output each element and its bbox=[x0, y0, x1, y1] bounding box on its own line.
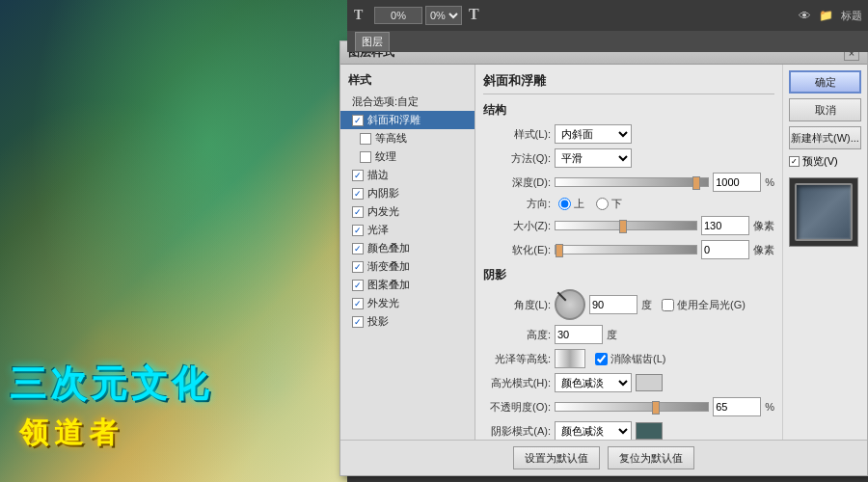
global-light-checkbox-label[interactable]: 使用全局光(G) bbox=[662, 298, 746, 312]
shadow-mode-label: 阴影模式(A): bbox=[483, 424, 551, 439]
preview-box bbox=[789, 177, 858, 247]
altitude-row: 高度: 度 bbox=[483, 325, 774, 344]
highlight-opacity-slider[interactable] bbox=[555, 402, 709, 412]
angle-input[interactable] bbox=[589, 295, 637, 314]
size-slider[interactable] bbox=[555, 221, 697, 230]
poster-text-big: 三次元文化 bbox=[10, 364, 212, 405]
gloss-contour-label: 光泽等高线: bbox=[483, 352, 551, 366]
bevel-section-title: 斜面和浮雕 bbox=[483, 72, 774, 94]
reset-default-button[interactable]: 复位为默认值 bbox=[608, 446, 694, 469]
outer-glow-label: 外发光 bbox=[367, 296, 399, 310]
soften-slider-thumb[interactable] bbox=[556, 244, 563, 257]
soften-input[interactable] bbox=[701, 240, 749, 259]
highlight-color-swatch[interactable] bbox=[636, 374, 663, 391]
visibility-icon: 👁 bbox=[799, 9, 811, 23]
style-label: 样式(L): bbox=[483, 127, 551, 142]
highlight-opacity-slider-thumb[interactable] bbox=[652, 401, 660, 415]
gradient-overlay-item[interactable]: ✓ 渐变叠加 bbox=[340, 257, 475, 276]
pattern-overlay-item[interactable]: ✓ 图案叠加 bbox=[340, 276, 475, 294]
inner-shadow-checkbox[interactable]: ✓ bbox=[352, 188, 364, 200]
inner-glow-item[interactable]: ✓ 内发光 bbox=[340, 202, 475, 221]
bevel-checkbox[interactable]: ✓ bbox=[352, 115, 364, 126]
bottom-buttons-bar: 设置为默认值 复位为默认值 bbox=[340, 440, 867, 475]
contour-item[interactable]: 等高线 bbox=[340, 129, 475, 147]
global-light-checkbox[interactable] bbox=[662, 299, 674, 311]
drop-shadow-checkbox[interactable]: ✓ bbox=[352, 316, 364, 328]
texture-checkbox[interactable] bbox=[360, 151, 371, 163]
direction-row: 方向: 上 下 bbox=[483, 197, 774, 211]
set-default-button[interactable]: 设置为默认值 bbox=[513, 446, 600, 469]
style-select[interactable]: 内斜面 bbox=[555, 124, 632, 144]
soften-unit: 像素 bbox=[753, 243, 774, 257]
inner-shadow-item[interactable]: ✓ 内阴影 bbox=[340, 184, 475, 202]
anti-alias-checkbox[interactable] bbox=[595, 353, 608, 365]
color-overlay-item[interactable]: ✓ 颜色叠加 bbox=[340, 239, 475, 257]
shadow-mode-select[interactable]: 颜色减淡 bbox=[555, 421, 632, 440]
preview-label: 预览(V) bbox=[802, 154, 838, 169]
highlight-opacity-slider-container: % bbox=[555, 397, 774, 416]
stroke-item[interactable]: ✓ 描边 bbox=[340, 166, 475, 184]
gradient-overlay-checkbox[interactable]: ✓ bbox=[352, 261, 364, 273]
highlight-mode-select[interactable]: 颜色减淡 bbox=[555, 373, 632, 392]
direction-down-radio[interactable]: 下 bbox=[596, 197, 622, 211]
color-overlay-label: 颜色叠加 bbox=[367, 241, 410, 255]
depth-slider-thumb[interactable] bbox=[692, 176, 700, 190]
satin-item[interactable]: ✓ 光泽 bbox=[340, 221, 475, 239]
depth-slider-container: % bbox=[555, 173, 774, 192]
technique-row: 方法(Q): 平滑 bbox=[483, 148, 774, 168]
texture-item[interactable]: 纹理 bbox=[340, 147, 475, 166]
main-settings-area: 斜面和浮雕 结构 样式(L): 内斜面 方法(Q): 平滑 深度(D): bbox=[475, 65, 782, 440]
text-tool-icon: T bbox=[353, 6, 368, 26]
angle-needle bbox=[557, 292, 567, 302]
anti-alias-label: 消除锯齿(L) bbox=[610, 352, 665, 366]
satin-checkbox[interactable]: ✓ bbox=[352, 225, 364, 236]
outer-glow-checkbox[interactable]: ✓ bbox=[352, 298, 364, 309]
styles-panel: 样式 混合选项:自定 ✓ 斜面和浮雕 等高线 纹理 ✓ 描边 ✓ bbox=[340, 65, 475, 440]
altitude-label: 高度: bbox=[483, 328, 551, 342]
contour-checkbox[interactable] bbox=[360, 133, 371, 145]
size-unit: 像素 bbox=[753, 219, 774, 233]
size-slider-container: 像素 bbox=[555, 216, 774, 235]
direction-up-radio[interactable]: 上 bbox=[558, 197, 584, 211]
pattern-overlay-checkbox[interactable]: ✓ bbox=[352, 280, 364, 291]
text-icon-2: T bbox=[468, 6, 483, 26]
depth-slider[interactable] bbox=[555, 177, 709, 187]
preview-checkbox-label[interactable]: ✓ 预览(V) bbox=[789, 154, 861, 169]
direction-radio-group: 上 下 bbox=[558, 197, 622, 211]
ok-button[interactable]: 确定 bbox=[789, 70, 861, 94]
structure-title: 结构 bbox=[483, 102, 774, 119]
zoom-input[interactable] bbox=[374, 7, 422, 24]
gloss-contour-swatch[interactable] bbox=[555, 349, 585, 368]
anti-alias-checkbox-label[interactable]: 消除锯齿(L) bbox=[595, 352, 665, 366]
layers-header: 图层 bbox=[347, 31, 868, 52]
stroke-label: 描边 bbox=[367, 168, 389, 182]
new-style-button[interactable]: 新建样式(W)... bbox=[789, 126, 861, 149]
zoom-dropdown[interactable]: 0% bbox=[425, 6, 462, 25]
pattern-overlay-label: 图案叠加 bbox=[367, 278, 410, 292]
layers-tab[interactable]: 图层 bbox=[355, 32, 390, 51]
highlight-opacity-input[interactable] bbox=[713, 397, 761, 416]
drop-shadow-item[interactable]: ✓ 投影 bbox=[340, 312, 475, 331]
stroke-checkbox[interactable]: ✓ bbox=[352, 170, 364, 181]
preview-checkbox[interactable]: ✓ bbox=[789, 156, 800, 167]
inner-glow-checkbox[interactable]: ✓ bbox=[352, 206, 364, 218]
dialog-body: 样式 混合选项:自定 ✓ 斜面和浮雕 等高线 纹理 ✓ 描边 ✓ bbox=[340, 65, 867, 440]
size-input[interactable] bbox=[701, 216, 749, 235]
style-row: 样式(L): 内斜面 bbox=[483, 124, 774, 144]
cancel-button[interactable]: 取消 bbox=[789, 98, 861, 121]
angle-label: 角度(L): bbox=[483, 298, 551, 312]
direction-label: 方向: bbox=[483, 197, 551, 211]
color-overlay-checkbox[interactable]: ✓ bbox=[352, 243, 364, 254]
blend-options-label: 混合选项:自定 bbox=[352, 94, 419, 109]
outer-glow-item[interactable]: ✓ 外发光 bbox=[340, 294, 475, 312]
technique-select[interactable]: 平滑 bbox=[555, 148, 632, 168]
shadow-color-swatch[interactable] bbox=[636, 422, 663, 440]
altitude-input[interactable] bbox=[555, 325, 603, 344]
depth-input[interactable] bbox=[713, 173, 761, 192]
angle-widget[interactable] bbox=[555, 289, 585, 320]
highlight-mode-row: 高光模式(H): 颜色减淡 bbox=[483, 373, 774, 392]
bevel-emboss-item[interactable]: ✓ 斜面和浮雕 bbox=[340, 111, 475, 129]
size-slider-thumb[interactable] bbox=[619, 220, 627, 233]
blend-options-item[interactable]: 混合选项:自定 bbox=[340, 93, 475, 111]
soften-slider[interactable] bbox=[555, 245, 697, 254]
